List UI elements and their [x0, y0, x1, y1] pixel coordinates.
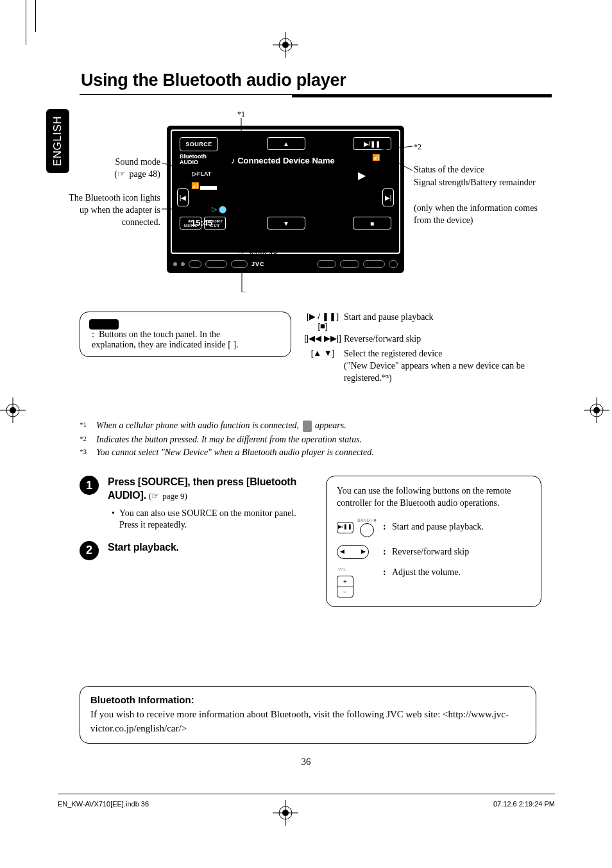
- symbol-skip: [|◀◀ ▶▶|]: [302, 333, 344, 346]
- touch-panel-note: Buttons on the touch panel. In the expla…: [92, 330, 239, 349]
- step1-ref: ( page 9): [149, 491, 187, 501]
- footnotes: *1 When a cellular phone with audio func…: [80, 421, 552, 458]
- step1-lead: Press [SOURCE], then press [Bluetooth AU…: [108, 476, 296, 501]
- svg-line-20: [385, 156, 412, 171]
- remote-band-icon: [360, 523, 374, 537]
- desc-playpause: Start and pause playback: [344, 312, 543, 331]
- registration-mark-icon: [273, 32, 298, 58]
- leader-lines: [58, 106, 552, 292]
- registration-mark-icon: [584, 397, 609, 423]
- section-title: Using the Bluetooth audio player: [81, 71, 552, 90]
- legend-area: : Buttons on the touch panel. In the exp…: [58, 312, 552, 414]
- remote-playpause-icon: ▶/❚❚: [337, 522, 353, 533]
- steps-area: 1 Press [SOURCE], then press [Bluetooth …: [58, 476, 552, 607]
- registration-mark-icon: [0, 397, 26, 423]
- step2-lead: Start playback.: [108, 542, 179, 553]
- table-row: [▶ / ❚❚] [■] Start and pause playback: [302, 312, 543, 331]
- band-label: BAND / ■: [357, 517, 377, 523]
- remote-playpause-desc: Start and pause playback.: [392, 521, 531, 533]
- crop-mark: [26, 0, 26, 45]
- svg-line-19: [372, 146, 412, 151]
- remote-row-playpause: ▶/❚❚ BAND / ■ : Start and pause playback…: [337, 517, 531, 537]
- symbol-table: [▶ / ❚❚] [■] Start and pause playback [|…: [302, 312, 543, 387]
- footnote-2: *2 Indicates the button pressed. It may …: [80, 435, 552, 445]
- table-row: [|◀◀ ▶▶|] Reverse/forward skip: [302, 333, 543, 346]
- footnote-3: *3 You cannot select "New Device" when a…: [80, 447, 552, 458]
- page48-ref: page 48: [237, 249, 277, 260]
- remote-row-volume: VOL +− : Adjust the volume.: [337, 567, 531, 597]
- bt-info-body: If you wish to receive more information …: [90, 709, 509, 733]
- symbol-playpause-stop: [▶ / ❚❚] [■]: [302, 312, 344, 331]
- footer-filename: EN_KW-AVX710[EE].indb 36: [58, 800, 149, 808]
- step-1: 1 Press [SOURCE], then press [Bluetooth …: [80, 476, 310, 531]
- remote-volume-icon: +−: [337, 576, 353, 597]
- footer-timestamp: 07.12.6 2:19:24 PM: [493, 800, 555, 808]
- phone-icon: [303, 421, 312, 432]
- symbol-updown: [▲ ▼]: [302, 348, 344, 385]
- black-button-icon: [89, 319, 119, 330]
- remote-skip-desc: Reverse/forward skip: [392, 546, 531, 558]
- desc-select-device: Select the registered device ("New Devic…: [344, 348, 543, 385]
- remote-box: You can use the following buttons on the…: [326, 476, 541, 607]
- remote-skip-icon: ◀ ▶: [337, 545, 369, 559]
- step1-bullet: You can also use SOURCE on the monitor p…: [119, 508, 310, 531]
- vol-label: VOL: [338, 567, 346, 572]
- remote-volume-desc: Adjust the volume.: [392, 567, 531, 579]
- crop-mark: [35, 0, 36, 32]
- device-diagram: *1 *2 Sound mode ( page 48) The Bluetoot…: [58, 106, 552, 292]
- svg-line-17: [162, 163, 183, 169]
- page-content: ENGLISH Using the Bluetooth audio player…: [58, 71, 552, 607]
- print-footer: EN_KW-AVX710[EE].indb 36 07.12.6 2:19:24…: [58, 800, 555, 808]
- remote-row-skip: ◀ ▶ : Reverse/forward skip: [337, 545, 531, 559]
- desc-skip: Reverse/forward skip: [344, 333, 543, 346]
- step-number-2: 2: [80, 541, 99, 560]
- page-number: 36: [0, 756, 612, 767]
- bluetooth-info-box: Bluetooth Information: If you wish to re…: [80, 686, 536, 744]
- footnote-1: *1 When a cellular phone with audio func…: [80, 421, 552, 432]
- steps-column: 1 Press [SOURCE], then press [Bluetooth …: [80, 476, 310, 607]
- remote-intro: You can use the following buttons on the…: [337, 485, 531, 510]
- table-row: [▲ ▼] Select the registered device ("New…: [302, 348, 543, 385]
- step-2: 2 Start playback.: [80, 541, 310, 560]
- touch-panel-note-box: : Buttons on the touch panel. In the exp…: [80, 312, 291, 357]
- rule: [292, 94, 552, 97]
- step-number-1: 1: [80, 476, 99, 495]
- bt-info-header: Bluetooth Information:: [90, 694, 194, 705]
